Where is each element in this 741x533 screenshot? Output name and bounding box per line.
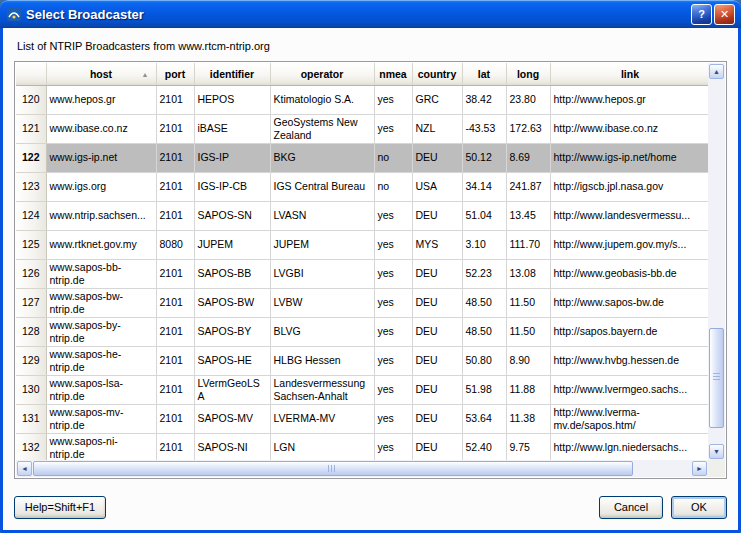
cell-long[interactable]: 11.38 [506,404,550,433]
cell-port[interactable]: 2101 [156,114,194,143]
table-row[interactable]: 130www.sapos-lsa-ntrip.de2101LVermGeoLSA… [16,375,710,404]
cell-identifier[interactable]: SAPOS-BY [194,317,270,346]
table-row[interactable]: 125www.rtknet.gov.my8080JUPEMJUPEMyesMYS… [16,230,710,259]
cell-country[interactable]: DEU [412,259,462,288]
cell-lat[interactable]: 48.50 [462,288,506,317]
cell-port[interactable]: 2101 [156,346,194,375]
cell-operator[interactable]: BLVG [270,317,374,346]
row-number[interactable]: 125 [16,230,46,259]
table-row[interactable]: 129www.sapos-he-ntrip.de2101SAPOS-HEHLBG… [16,346,710,375]
cell-lat[interactable]: 53.64 [462,404,506,433]
row-number[interactable]: 123 [16,172,46,201]
cell-link[interactable]: http://www.hepos.gr [550,85,710,114]
cell-operator[interactable]: LVERMA-MV [270,404,374,433]
cell-country[interactable]: NZL [412,114,462,143]
cell-host[interactable]: www.sapos-mv-ntrip.de [46,404,156,433]
vertical-scrollbar[interactable]: ▲ ▼ [708,63,725,460]
cell-lat[interactable]: 34.14 [462,172,506,201]
cell-country[interactable]: DEU [412,404,462,433]
table-row[interactable]: 131www.sapos-mv-ntrip.de2101SAPOS-MVLVER… [16,404,710,433]
corner-header-cell[interactable] [16,63,46,85]
table-row[interactable]: 132www.sapos-ni-ntrip.de2101SAPOS-NILGNy… [16,433,710,462]
cell-lat[interactable]: 50.12 [462,143,506,172]
table-row[interactable]: 127www.sapos-bw-ntrip.de2101SAPOS-BWLVBW… [16,288,710,317]
cell-identifier[interactable]: iBASE [194,114,270,143]
row-number[interactable]: 122 [16,143,46,172]
cell-long[interactable]: 11.50 [506,288,550,317]
scroll-right-icon[interactable]: ► [692,461,707,476]
cell-lat[interactable]: 38.42 [462,85,506,114]
cell-port[interactable]: 2101 [156,143,194,172]
col-header-lat[interactable]: lat [462,63,506,85]
cell-host[interactable]: www.sapos-he-ntrip.de [46,346,156,375]
cell-operator[interactable]: HLBG Hessen [270,346,374,375]
cell-nmea[interactable]: yes [374,259,412,288]
cell-nmea[interactable]: yes [374,346,412,375]
cell-long[interactable]: 8.90 [506,346,550,375]
col-header-link[interactable]: link [550,63,710,85]
col-header-host[interactable]: host ▲ [46,63,156,85]
cell-nmea[interactable]: yes [374,201,412,230]
cell-country[interactable]: DEU [412,346,462,375]
vertical-scroll-thumb[interactable] [709,328,724,428]
cell-operator[interactable]: LVBW [270,288,374,317]
cell-port[interactable]: 2101 [156,433,194,462]
cell-link[interactable]: http://igscb.jpl.nasa.gov [550,172,710,201]
cell-operator[interactable]: BKG [270,143,374,172]
row-number[interactable]: 132 [16,433,46,462]
cell-link[interactable]: http://www.landesvermessu... [550,201,710,230]
cell-port[interactable]: 2101 [156,404,194,433]
cell-nmea[interactable]: yes [374,114,412,143]
cell-identifier[interactable]: IGS-IP [194,143,270,172]
row-number[interactable]: 129 [16,346,46,375]
cell-long[interactable]: 172.63 [506,114,550,143]
cell-country[interactable]: MYS [412,230,462,259]
cell-country[interactable]: DEU [412,143,462,172]
cell-host[interactable]: www.ntrip.sachsen... [46,201,156,230]
cell-operator[interactable]: LGN [270,433,374,462]
row-number[interactable]: 130 [16,375,46,404]
cell-identifier[interactable]: SAPOS-BW [194,288,270,317]
cell-identifier[interactable]: SAPOS-MV [194,404,270,433]
cell-host[interactable]: www.sapos-ni-ntrip.de [46,433,156,462]
cell-link[interactable]: http://www.lgn.niedersachs... [550,433,710,462]
cell-lat[interactable]: 48.50 [462,317,506,346]
titlebar[interactable]: Select Broadcaster ? ✕ [0,0,741,28]
row-number[interactable]: 120 [16,85,46,114]
cell-link[interactable]: http://www.lvermgeo.sachs... [550,375,710,404]
cell-country[interactable]: DEU [412,201,462,230]
ok-button[interactable]: OK [671,496,727,519]
cell-country[interactable]: DEU [412,375,462,404]
cell-lat[interactable]: 51.04 [462,201,506,230]
cell-port[interactable]: 2101 [156,375,194,404]
cell-nmea[interactable]: no [374,143,412,172]
cell-long[interactable]: 8.69 [506,143,550,172]
cell-port[interactable]: 2101 [156,201,194,230]
cell-link[interactable]: http://www.jupem.gov.my/s... [550,230,710,259]
cell-host[interactable]: www.sapos-bb-ntrip.de [46,259,156,288]
cell-identifier[interactable]: HEPOS [194,85,270,114]
cell-link[interactable]: http://www.hvbg.hessen.de [550,346,710,375]
row-number[interactable]: 131 [16,404,46,433]
cell-link[interactable]: http://sapos.bayern.de [550,317,710,346]
scroll-left-icon[interactable]: ◄ [17,461,32,476]
cell-nmea[interactable]: yes [374,288,412,317]
cell-port[interactable]: 2101 [156,85,194,114]
titlebar-help-button[interactable]: ? [691,4,712,25]
cancel-button[interactable]: Cancel [599,496,663,519]
table-row[interactable]: 124www.ntrip.sachsen...2101SAPOS-SNLVASN… [16,201,710,230]
col-header-identifier[interactable]: identifier [194,63,270,85]
cell-country[interactable]: GRC [412,85,462,114]
cell-host[interactable]: www.igs-ip.net [46,143,156,172]
row-number[interactable]: 126 [16,259,46,288]
cell-operator[interactable]: Landesvermessung Sachsen-Anhalt [270,375,374,404]
cell-port[interactable]: 8080 [156,230,194,259]
cell-lat[interactable]: -43.53 [462,114,506,143]
cell-long[interactable]: 11.50 [506,317,550,346]
cell-long[interactable]: 241.87 [506,172,550,201]
cell-country[interactable]: DEU [412,288,462,317]
cell-nmea[interactable]: yes [374,375,412,404]
cell-host[interactable]: www.sapos-lsa-ntrip.de [46,375,156,404]
cell-link[interactable]: http://www.igs-ip.net/home [550,143,710,172]
cell-host[interactable]: www.igs.org [46,172,156,201]
